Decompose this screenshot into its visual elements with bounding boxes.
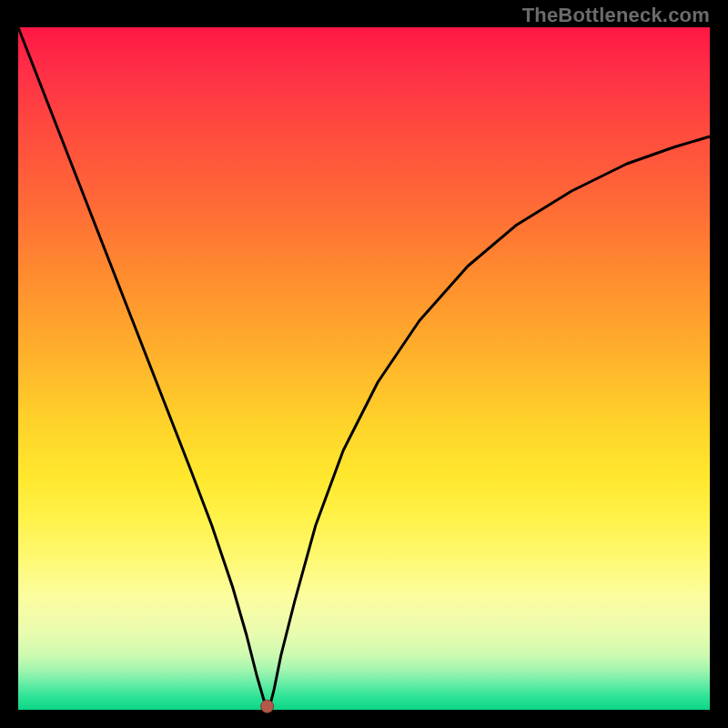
curve-svg-layer — [18, 27, 710, 710]
optimal-point-marker — [261, 700, 274, 713]
plot-area — [18, 27, 710, 710]
chart-container: TheBottleneck.com — [0, 0, 728, 728]
watermark-text: TheBottleneck.com — [522, 4, 710, 27]
bottleneck-curve — [18, 27, 710, 706]
